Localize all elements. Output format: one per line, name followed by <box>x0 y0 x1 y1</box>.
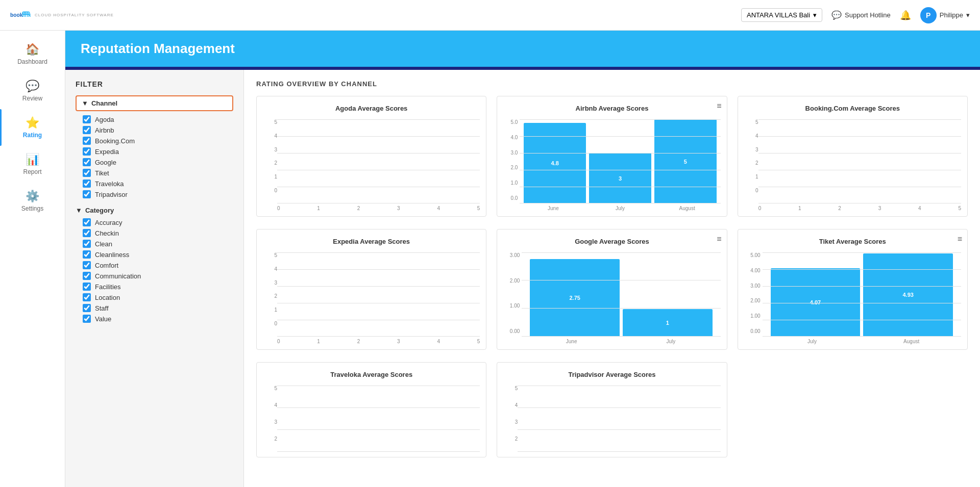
expedia-chart-inner: 5 4 3 2 1 0 <box>263 252 480 337</box>
channel-google-checkbox[interactable] <box>83 158 91 166</box>
chart-google-title: Google Average Scores <box>503 238 720 245</box>
channel-tripadvisor-checkbox[interactable] <box>83 190 91 198</box>
logo-area: book link CLOUD Cloud Hospitality Softwa… <box>10 6 114 24</box>
content-area: FILTER ▼ Channel Agoda Airb <box>65 70 980 487</box>
channel-airbnb-checkbox[interactable] <box>83 126 91 134</box>
channel-google-label: Google <box>95 159 116 166</box>
chart-airbnb-menu[interactable]: ≡ <box>717 101 721 111</box>
agoda-chart-body: 5 4 3 2 1 0 <box>263 119 480 211</box>
chart-google: ≡ Google Average Scores 3.00 2.00 1.00 0… <box>497 229 727 350</box>
tiket-bar-group-august: 4.93 <box>863 252 953 337</box>
category-accuracy-label: Accuracy <box>95 219 122 226</box>
grid-line <box>277 407 480 408</box>
sidebar-item-settings[interactable]: ⚙️ Settings <box>0 183 65 219</box>
category-checkin[interactable]: Checkin <box>83 229 233 237</box>
channel-airbnb[interactable]: Airbnb <box>83 126 233 134</box>
channel-label: Channel <box>91 99 117 107</box>
chart-placeholder-3 <box>738 362 968 457</box>
user-menu[interactable]: P Philippe ▾ <box>920 7 970 23</box>
sidebar-item-dashboard[interactable]: 🏠 Dashboard <box>0 36 65 72</box>
category-communication[interactable]: Communication <box>83 272 233 280</box>
x-label-july: July <box>621 339 721 344</box>
support-hotline-button[interactable]: 💬 Support Hotline <box>831 10 891 20</box>
chart-google-menu[interactable]: ≡ <box>717 235 721 244</box>
category-facilities-checkbox[interactable] <box>83 283 91 291</box>
airbnb-bar-august: 5 <box>654 119 717 203</box>
notification-bell[interactable]: 🔔 <box>900 10 911 21</box>
channel-tiket-checkbox[interactable] <box>83 169 91 177</box>
airbnb-bar-group-august: 5 <box>654 119 717 203</box>
sidebar-label-settings: Settings <box>21 205 43 212</box>
channel-tiket[interactable]: Tiket <box>83 169 233 177</box>
channel-agoda-label: Agoda <box>95 116 114 123</box>
channel-tiket-label: Tiket <box>95 169 109 177</box>
category-checkin-checkbox[interactable] <box>83 229 91 237</box>
channel-filter-header[interactable]: ▼ Channel <box>76 95 233 111</box>
google-x-labels: June July <box>522 339 720 344</box>
grid-line <box>763 252 961 253</box>
expedia-chart-body: 5 4 3 2 1 0 <box>263 252 480 344</box>
chart-agoda-title: Agoda Average Scores <box>263 105 480 112</box>
channel-traveloka-checkbox[interactable] <box>83 180 91 188</box>
category-clean-checkbox[interactable] <box>83 240 91 248</box>
category-communication-label: Communication <box>95 272 141 280</box>
channel-bookingcom-label: Booking.Com <box>95 137 135 145</box>
grid-line <box>758 119 961 120</box>
tiket-chart-right: 4.07 4.93 July <box>763 252 961 344</box>
sidebar-item-report[interactable]: 📊 Report <box>0 146 65 183</box>
channel-agoda-checkbox[interactable] <box>83 115 91 123</box>
grid-line <box>277 336 480 337</box>
category-staff[interactable]: Staff <box>83 304 233 312</box>
channel-traveloka-label: Traveloka <box>95 180 124 188</box>
channel-expedia-checkbox[interactable] <box>83 147 91 156</box>
category-value[interactable]: Value <box>83 315 233 323</box>
chart-tiket-title: Tiket Average Scores <box>744 238 961 245</box>
rating-icon: ⭐ <box>26 116 39 130</box>
category-comfort[interactable]: Comfort <box>83 261 233 269</box>
category-clean[interactable]: Clean <box>83 240 233 248</box>
category-filter-header[interactable]: ▼ Category <box>76 207 233 214</box>
tiket-x-labels: July August <box>763 339 961 344</box>
agoda-grid-area <box>277 119 480 203</box>
category-accuracy[interactable]: Accuracy <box>83 218 233 226</box>
grid-line <box>518 429 720 430</box>
channel-traveloka[interactable]: Traveloka <box>83 180 233 188</box>
category-comfort-checkbox[interactable] <box>83 261 91 269</box>
category-cleanliness[interactable]: Cleanliness <box>83 250 233 259</box>
sidebar-label-review: Review <box>22 95 42 102</box>
channel-bookingcom[interactable]: Booking.Com <box>83 137 233 145</box>
tiket-y-axis: 5.00 4.00 3.00 2.00 1.00 0.00 <box>744 252 763 344</box>
tiket-bars: 4.07 4.93 <box>763 252 961 337</box>
grid-line <box>520 153 720 153</box>
channel-bookingcom-checkbox[interactable] <box>83 137 91 145</box>
grid-line <box>518 407 720 408</box>
category-communication-checkbox[interactable] <box>83 272 91 280</box>
category-staff-checkbox[interactable] <box>83 304 91 312</box>
traveloka-chart-body: 5 4 3 2 <box>263 386 480 452</box>
grid-line <box>277 170 480 170</box>
chart-bookingcom: Booking.Com Average Scores 5 4 3 2 1 0 <box>738 96 968 217</box>
category-cleanliness-checkbox[interactable] <box>83 250 91 259</box>
tiket-bar-august: 4.93 <box>863 253 953 337</box>
sidebar-item-review[interactable]: 💬 Review <box>0 72 65 109</box>
channel-tripadvisor[interactable]: Tripadvisor <box>83 190 233 198</box>
channel-agoda[interactable]: Agoda <box>83 115 233 123</box>
category-location-checkbox[interactable] <box>83 293 91 301</box>
grid-line <box>277 320 480 320</box>
airbnb-bar-june: 4.8 <box>524 123 586 203</box>
category-location[interactable]: Location <box>83 293 233 301</box>
dashboard-icon: 🏠 <box>26 43 39 56</box>
channel-google[interactable]: Google <box>83 158 233 166</box>
channel-expedia[interactable]: Expedia <box>83 147 233 156</box>
category-accuracy-checkbox[interactable] <box>83 218 91 226</box>
sidebar-item-rating[interactable]: ⭐ Rating <box>0 109 65 146</box>
grid-line <box>763 320 961 320</box>
category-facilities[interactable]: Facilities <box>83 283 233 291</box>
grid-line <box>277 386 480 386</box>
grid-line <box>520 136 720 137</box>
filter-title: FILTER <box>76 80 233 88</box>
property-selector[interactable]: ANTARA VILLAS Bali ▾ <box>741 8 822 22</box>
chart-tiket-menu[interactable]: ≡ <box>958 235 962 244</box>
category-value-checkbox[interactable] <box>83 315 91 323</box>
bookingcom-grid-area <box>758 119 961 203</box>
